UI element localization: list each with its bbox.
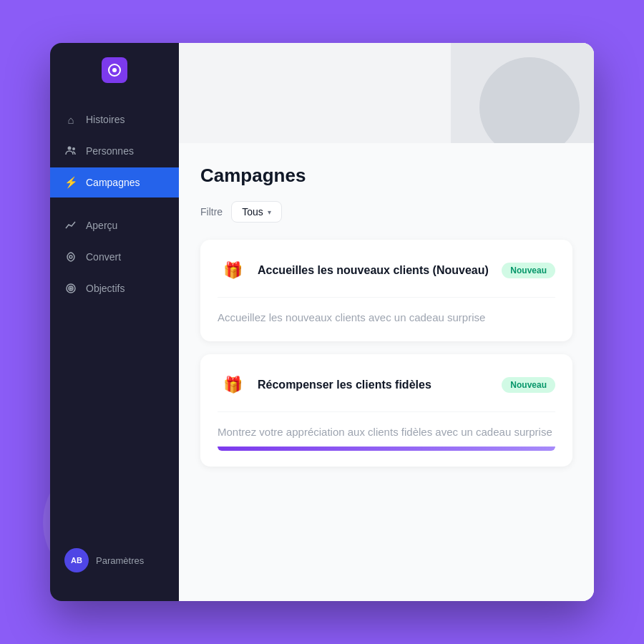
svg-point-1 [112,68,117,72]
sidebar-logo [102,57,127,83]
campaign-card-2[interactable]: 🎁 Récompenser les clients fidèles Nouvea… [200,354,572,466]
svg-point-2 [68,147,72,150]
sidebar-item-campagnes[interactable]: ⚡ Campagnes [50,167,179,197]
lightning-icon: ⚡ [64,176,77,189]
target-icon [64,282,77,295]
deco-circle [479,57,580,157]
people-icon [64,145,77,157]
card-header-2: 🎁 Récompenser les clients fidèles Nouvea… [218,370,555,412]
sidebar-item-label-histoires: Histoires [86,114,125,125]
svg-point-4 [69,255,72,258]
filter-value: Tous [242,206,263,218]
chevron-down-icon: ▾ [268,208,271,216]
campaign-title-2: Récompenser les clients fidèles [258,379,492,391]
campaign-badge-1: Nouveau [502,263,555,278]
bottom-accent [218,447,555,451]
sidebar-item-objectifs[interactable]: Objectifs [50,273,179,303]
sidebar-item-histoires[interactable]: ⌂ Histoires [50,104,179,135]
campaign-badge-2: Nouveau [502,377,555,393]
campaign-icon-1: 🎁 [218,255,248,286]
home-icon: ⌂ [64,113,77,126]
card-header-1: 🎁 Accueilles les nouveaux clients (Nouve… [218,255,555,298]
filter-dropdown[interactable]: Tous ▾ [231,201,282,223]
filter-label: Filtre [200,206,223,218]
campaign-card-1[interactable]: 🎁 Accueilles les nouveaux clients (Nouve… [200,240,572,341]
campaign-desc-2: Montrez votre appréciation aux clients f… [218,424,555,440]
page-title: Campagnes [200,165,572,187]
sidebar-item-label-campagnes: Campagnes [86,177,140,188]
sidebar: ⌂ Histoires Personnes ⚡ Campagnes [50,43,179,601]
avatar: AB [64,548,89,572]
app-window: ⌂ Histoires Personnes ⚡ Campagnes [50,43,594,601]
campaign-title-1: Accueilles les nouveaux clients (Nouveau… [258,264,492,277]
campaign-desc-1: Accueillez les nouveaux clients avec un … [218,309,555,326]
sidebar-item-label-objectifs: Objectifs [86,283,125,294]
chart-icon [64,219,77,232]
sidebar-item-label-convert: Convert [86,251,121,263]
campaign-icon-2: 🎁 [218,370,248,400]
sidebar-navigation: ⌂ Histoires Personnes ⚡ Campagnes [50,104,179,534]
rocket-icon [64,250,77,263]
filter-row: Filtre Tous ▾ [200,201,572,223]
sidebar-item-label-personnes: Personnes [86,145,134,157]
sidebar-item-apercu[interactable]: Aperçu [50,210,179,240]
svg-point-3 [72,147,75,150]
top-decoration [179,43,594,157]
main-content: Campagnes Filtre Tous ▾ 🎁 Accueilles les… [179,43,594,601]
sidebar-item-label-apercu: Aperçu [86,220,117,231]
content-panel: Campagnes Filtre Tous ▾ 🎁 Accueilles les… [179,143,594,601]
sidebar-item-convert[interactable]: Convert [50,242,179,272]
svg-point-7 [70,288,72,289]
sidebar-item-personnes[interactable]: Personnes [50,136,179,166]
sidebar-bottom[interactable]: AB Paramètres [50,534,179,587]
parametres-label: Paramètres [96,555,144,566]
